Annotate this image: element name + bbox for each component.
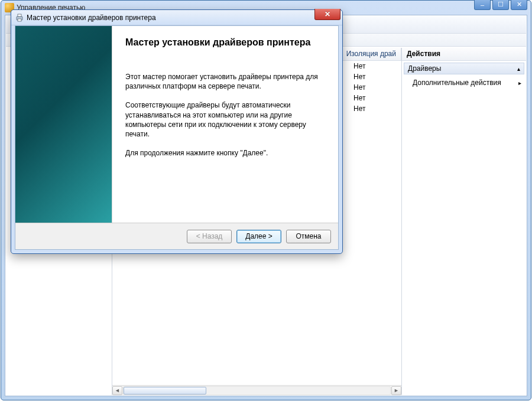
wizard-paragraph-1: Этот мастер помогает установить драйверы… (125, 72, 325, 91)
col-isolation-header[interactable]: Изоляция драй (342, 48, 401, 60)
wizard-client: Мастер установки драйверов принтера Этот… (15, 25, 339, 250)
chevron-up-icon: ▴ (517, 66, 520, 72)
wizard-body: Мастер установки драйверов принтера Этот… (15, 26, 338, 223)
wizard-content: Мастер установки драйверов принтера Этот… (112, 26, 338, 223)
next-button[interactable]: Далее > (236, 230, 281, 243)
wizard-title: Мастер установки драйверов принтера (27, 14, 156, 22)
scroll-thumb[interactable] (124, 387, 206, 395)
driver-wizard-dialog: Мастер установки драйверов принтера ✕ Ма… (11, 9, 343, 254)
wizard-button-row: < Назад Далее > Отмена (15, 223, 338, 249)
scroll-left-button[interactable]: ◄ (112, 386, 122, 395)
wizard-close-button[interactable]: ✕ (314, 9, 340, 20)
actions-group-label: Драйверы (408, 64, 441, 73)
actions-panel: Действия Драйверы ▴ Дополнительные дейст… (401, 48, 526, 395)
scroll-right-button[interactable]: ► (391, 386, 401, 395)
cell-isolation: Нет (349, 73, 370, 81)
cell-isolation: Нет (349, 83, 370, 92)
chevron-right-icon: ▸ (518, 80, 521, 86)
wizard-side-image (15, 26, 112, 223)
maximize-button[interactable]: ☐ (492, 0, 509, 10)
cancel-button[interactable]: Отмена (286, 230, 331, 243)
wizard-paragraph-2: Соответствующие драйверы будут автоматич… (125, 100, 325, 139)
close-button[interactable]: ✕ (511, 0, 527, 10)
cell-isolation: Нет (349, 94, 370, 102)
wizard-paragraph-3: Для продолжения нажмите кнопку "Далее". (125, 148, 325, 158)
action-more[interactable]: Дополнительные действия ▸ (402, 76, 526, 89)
minimize-button[interactable]: – (474, 0, 491, 10)
printer-icon (15, 13, 24, 22)
action-more-label: Дополнительные действия (413, 79, 501, 87)
horizontal-scrollbar[interactable]: ◄ ► (112, 385, 401, 395)
wizard-heading: Мастер установки драйверов принтера (125, 37, 325, 48)
svg-rect-1 (18, 14, 21, 17)
svg-rect-2 (18, 19, 21, 21)
cell-isolation: Нет (349, 105, 370, 113)
actions-header: Действия (402, 48, 526, 61)
actions-group-drivers[interactable]: Драйверы ▴ (404, 63, 524, 74)
cell-isolation: Нет (349, 62, 370, 70)
back-button[interactable]: < Назад (187, 230, 232, 243)
scroll-track[interactable] (123, 386, 391, 395)
wizard-titlebar[interactable]: Мастер установки драйверов принтера ✕ (11, 10, 342, 25)
